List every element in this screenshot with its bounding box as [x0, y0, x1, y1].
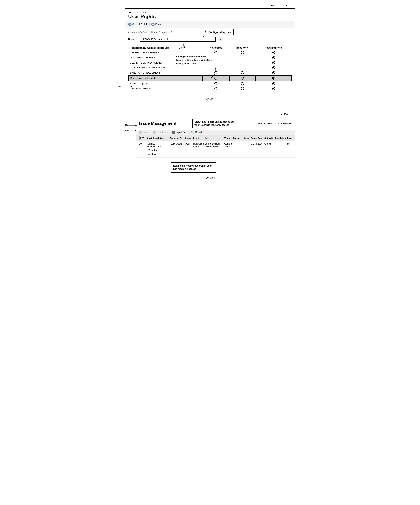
radio-circle-selected[interactable] — [272, 82, 275, 85]
issue-dropdown-arrow[interactable]: ▼ — [167, 144, 169, 146]
radio-readonly[interactable] — [229, 81, 256, 86]
rights-table-wrapper: Functionality Access Right List No Acces… — [128, 45, 292, 91]
save-finish-button[interactable]: Save & Finish — [132, 23, 148, 25]
back-button[interactable]: Back — [155, 23, 161, 25]
figure4-title: Issue Management — [139, 121, 176, 126]
svg-marker-11 — [135, 130, 137, 132]
ref420-arrow — [129, 125, 137, 126]
column-headers: Issue ID Short Description Assigned To S… — [136, 135, 295, 141]
create-icon — [139, 131, 142, 133]
svg-marker-5 — [131, 86, 133, 88]
radio-circle-selected[interactable] — [272, 77, 275, 80]
radio-circle[interactable] — [214, 87, 217, 90]
radio-readonly[interactable] — [229, 55, 256, 60]
radio-readwrite[interactable] — [255, 70, 292, 76]
radio-circle[interactable] — [214, 82, 217, 85]
data-row: 19 Facilities Rationalization ▼ View Ite… — [136, 141, 295, 158]
radio-circle[interactable] — [241, 77, 244, 80]
cell-days: 88 — [287, 142, 292, 145]
alert-me-menuitem[interactable]: Alert Me — [147, 152, 169, 156]
configure-callout-wrapper: Configure access to each functionality, … — [174, 53, 223, 67]
radio-circle[interactable] — [241, 71, 244, 74]
col-target-date: Target Date — [251, 137, 264, 139]
col-assigned-to: Assigned To — [170, 137, 184, 139]
ref310-arrow — [121, 86, 133, 88]
search-button[interactable]: Search — [195, 131, 202, 133]
col-readonly-header: Read Only — [229, 45, 256, 50]
selected-view-value: My Open Issues — [273, 122, 292, 125]
figure4-outer: 420 410 Issue Managemen — [125, 117, 295, 173]
user-input[interactable] — [140, 37, 216, 42]
cell-assigned-to: ToolkitUser1 — [170, 142, 184, 145]
toolbar-sep3: | — [189, 131, 190, 134]
figure3-toolbar: Save & Finish | Back — [125, 21, 295, 28]
cell-criticality: Critical — [264, 142, 274, 145]
figure3-header: Toolkit Demo Site User Rights — [125, 9, 295, 21]
radio-circle[interactable] — [241, 87, 244, 90]
edit-item-callout: Edit Item is not available when user has… — [171, 162, 216, 173]
radio-readonly[interactable] — [229, 65, 256, 70]
radio-readwrite[interactable] — [255, 81, 292, 86]
figure4-box: Issue Management Create and Import Data … — [136, 117, 295, 173]
left-labels: 420 410 — [125, 117, 137, 132]
save-finish-icon — [128, 23, 131, 26]
radio-readwrite[interactable] — [255, 86, 292, 91]
radio-readwrite[interactable] — [255, 55, 292, 60]
radio-readwrite[interactable] — [255, 65, 292, 70]
radio-readwrite[interactable] — [255, 50, 292, 55]
col-criticality: Criticality — [264, 137, 274, 139]
radio-readwrite[interactable] — [255, 60, 292, 65]
issue-name-text: Facilities Rationalization — [147, 142, 167, 148]
col-resolution: Resolution — [275, 137, 286, 139]
export-icon — [172, 131, 175, 133]
site-name: Toolkit Demo Site — [128, 11, 292, 14]
selected-view-row: Selected View My Open Issues — [257, 122, 292, 125]
radio-readonly[interactable] — [229, 86, 256, 91]
figure3-content: Functionality Access Rights Assignment C… — [125, 28, 295, 94]
view-item-menuitem[interactable]: View Item — [147, 148, 169, 152]
toolbar-sep2: | — [170, 131, 170, 134]
radio-noaccess[interactable] — [202, 81, 229, 86]
radio-circle-selected[interactable] — [272, 56, 275, 59]
user-label: User: — [128, 38, 138, 41]
radio-readonly[interactable] — [229, 50, 256, 55]
row-name: SYNERGY MANAGEMENT — [128, 70, 202, 76]
page-container: 300 Toolkit Demo Site User Rights Save &… — [125, 4, 295, 180]
create-button: Create — [142, 131, 149, 133]
row-name: Status Templates — [128, 81, 202, 86]
ref400-arrow — [268, 112, 283, 116]
issue-name-row: Facilities Rationalization ▼ — [147, 142, 169, 148]
cell-target-date: 11/15/2006 — [251, 142, 264, 145]
svg-marker-1 — [286, 5, 288, 6]
radio-readonly[interactable] — [229, 75, 256, 81]
bottom-callout-wrapper: Edit Item is not available when user has… — [171, 162, 216, 173]
figure3-box: Toolkit Demo Site User Rights Save & Fin… — [125, 8, 295, 95]
radio-noaccess[interactable] — [202, 86, 229, 91]
col-name-header: Functionality Access Right List — [128, 45, 202, 50]
col-status: Status — [185, 137, 192, 139]
radio-readonly[interactable] — [229, 60, 256, 65]
radio-circle-selected[interactable] — [272, 51, 275, 54]
radio-circle[interactable] — [241, 82, 244, 85]
import-icon — [153, 131, 156, 133]
col-team: Team — [224, 137, 232, 139]
export-button[interactable]: Export Data — [175, 131, 187, 133]
figure4-header: Issue Management Create and Import Data … — [136, 117, 295, 130]
selected-view-label: Selected View — [257, 122, 272, 125]
radio-readwrite[interactable] — [255, 75, 292, 81]
ref-420-label: 420 — [125, 124, 137, 127]
radio-readonly[interactable] — [229, 70, 256, 76]
toolbar-separator: | — [149, 23, 149, 25]
radio-circle-selected[interactable] — [272, 71, 275, 74]
configure-arrow — [196, 67, 219, 79]
radio-circle-selected[interactable] — [272, 61, 275, 64]
radio-circle-selected[interactable] — [272, 87, 275, 90]
row-name: Area Status Report — [128, 86, 202, 91]
ref300-arrow — [276, 4, 288, 8]
ref410-arrow — [129, 130, 137, 132]
figure4-label: Figure 4 — [125, 176, 295, 180]
radio-circle[interactable] — [241, 51, 244, 54]
radio-circle-selected[interactable] — [272, 66, 275, 69]
user-dropdown-button[interactable]: ▼ — [218, 37, 223, 41]
cell-short-desc: Facilities Rationalization ▼ View Item A… — [147, 142, 169, 156]
